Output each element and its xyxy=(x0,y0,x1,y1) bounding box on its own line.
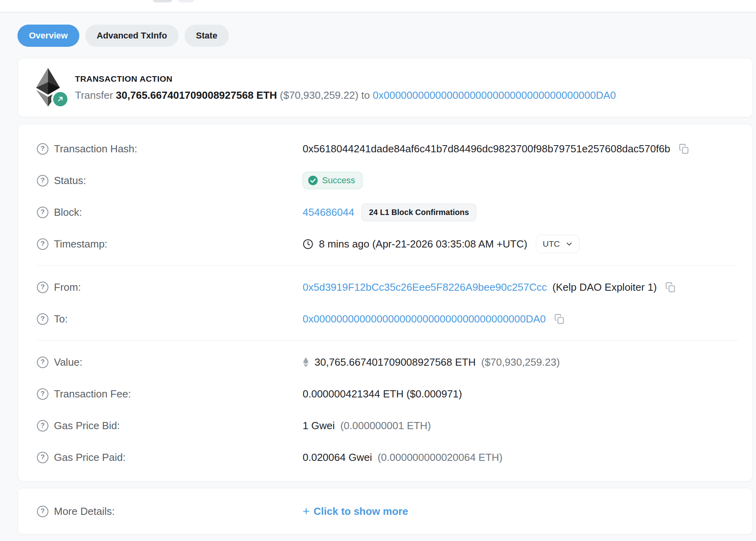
more-details-label: More Details: xyxy=(54,505,115,518)
block-number-link[interactable]: 454686044 xyxy=(303,206,354,219)
row-transaction-fee: Transaction Fee: 0.000000421344 ETH ($0.… xyxy=(37,378,738,410)
from-label: From: xyxy=(54,281,81,294)
action-transfer-word: Transfer xyxy=(75,89,113,101)
more-details-card: More Details: + Click to show more xyxy=(17,488,753,535)
status-label: Status: xyxy=(54,175,86,187)
tab-overview[interactable]: Overview xyxy=(17,25,79,47)
tab-advanced-txinfo[interactable]: Advanced TxInfo xyxy=(85,25,178,47)
row-value: Value: 30,765.667401709008927568 ETH ($7… xyxy=(37,346,738,378)
action-to-word: to xyxy=(361,89,370,101)
transfer-out-arrow-icon xyxy=(51,90,69,108)
row-block: Block: 454686044 24 L1 Block Confirmatio… xyxy=(37,196,738,228)
gas-price-bid-value: 1 Gwei xyxy=(303,420,335,432)
cutoff-ui-fragment xyxy=(153,0,173,2)
help-icon[interactable] xyxy=(37,238,48,250)
status-badge: Success xyxy=(303,172,363,189)
transaction-hash-label: Transaction Hash: xyxy=(54,143,137,155)
copy-from-address-button[interactable] xyxy=(665,282,676,293)
transaction-action-card: TRANSACTION ACTION Transfer 30,765.66740… xyxy=(17,58,753,117)
gas-price-paid-value: 0.020064 Gwei xyxy=(303,451,372,464)
from-address-link[interactable]: 0x5d3919F12bCc35c26Eee5F8226A9bee90c257C… xyxy=(303,281,547,294)
transaction-action-line: Transfer 30,765.667401709008927568 ETH (… xyxy=(75,89,616,102)
transaction-fee-label: Transaction Fee: xyxy=(54,388,131,400)
action-amount-usd: ($70,930,259.22) xyxy=(280,89,359,101)
timestamp-label: Timestamp: xyxy=(54,238,107,250)
transaction-details-card: Transaction Hash: 0x5618044241dade84af6c… xyxy=(17,124,753,482)
gas-price-bid-label: Gas Price Bid: xyxy=(54,420,120,432)
clock-icon xyxy=(303,239,313,249)
help-icon[interactable] xyxy=(37,357,48,368)
gas-price-paid-label: Gas Price Paid: xyxy=(54,451,126,464)
row-more-details: More Details: + Click to show more xyxy=(37,495,738,527)
help-icon[interactable] xyxy=(37,175,48,186)
row-status: Status: Success xyxy=(37,165,738,196)
row-timestamp: Timestamp: 8 mins ago (Apr-21-2026 03:35… xyxy=(37,228,738,260)
transaction-hash-value: 0x5618044241dade84af6c41b7d84496dc982370… xyxy=(303,143,670,155)
to-label: To: xyxy=(54,313,68,325)
block-confirmations-badge: 24 L1 Block Confirmations xyxy=(361,203,476,221)
action-amount: 30,765.667401709008927568 ETH xyxy=(116,89,277,101)
value-usd: ($70,930,259.23) xyxy=(481,356,560,368)
timestamp-value: 8 mins ago (Apr-21-2026 03:35:08 AM +UTC… xyxy=(319,238,527,250)
tab-state[interactable]: State xyxy=(184,25,229,47)
help-icon[interactable] xyxy=(37,143,48,155)
tab-bar: Overview Advanced TxInfo State xyxy=(17,25,756,47)
row-gas-price-paid: Gas Price Paid: 0.020064 Gwei (0.0000000… xyxy=(37,441,738,473)
section-divider xyxy=(37,265,738,266)
top-cutoff-bar xyxy=(0,0,756,13)
copy-to-address-button[interactable] xyxy=(554,313,565,324)
timezone-dropdown[interactable]: UTC xyxy=(536,235,579,253)
help-icon[interactable] xyxy=(37,282,48,293)
help-icon[interactable] xyxy=(37,452,48,463)
row-transaction-hash: Transaction Hash: 0x5618044241dade84af6c… xyxy=(37,133,738,165)
gas-price-bid-alt: (0.000000001 ETH) xyxy=(340,420,431,432)
cutoff-ui-fragment xyxy=(178,0,194,2)
transaction-action-content: TRANSACTION ACTION Transfer 30,765.66740… xyxy=(75,74,616,102)
help-icon[interactable] xyxy=(37,388,48,400)
from-address-name: (Kelp DAO Exploiter 1) xyxy=(553,281,657,294)
plus-icon: + xyxy=(303,505,310,517)
chevron-down-icon xyxy=(566,240,573,247)
block-label: Block: xyxy=(54,206,82,219)
transaction-fee-value: 0.000000421344 ETH ($0.000971) xyxy=(303,388,462,400)
action-to-address-link[interactable]: 0x0000000000000000000000000000000000000D… xyxy=(373,89,616,101)
help-icon[interactable] xyxy=(37,313,48,325)
check-circle-icon xyxy=(308,175,318,186)
copy-hash-button[interactable] xyxy=(678,143,689,154)
help-icon[interactable] xyxy=(37,207,48,218)
row-gas-price-bid: Gas Price Bid: 1 Gwei (0.000000001 ETH) xyxy=(37,410,738,441)
eth-diamond-icon xyxy=(303,357,309,367)
value-label: Value: xyxy=(54,356,83,368)
help-icon[interactable] xyxy=(37,506,48,517)
value-amount: 30,765.667401709008927568 ETH xyxy=(315,356,476,368)
section-divider xyxy=(37,340,738,341)
gas-price-paid-alt: (0.000000000020064 ETH) xyxy=(378,451,503,464)
show-more-link[interactable]: + Click to show more xyxy=(303,505,408,518)
to-address-link[interactable]: 0x0000000000000000000000000000000000000D… xyxy=(303,313,546,325)
help-icon[interactable] xyxy=(37,420,48,432)
ethereum-logo-icon xyxy=(36,68,61,107)
row-from: From: 0x5d3919F12bCc35c26Eee5F8226A9bee9… xyxy=(37,271,738,303)
row-to: To: 0x0000000000000000000000000000000000… xyxy=(37,303,738,335)
transaction-action-title: TRANSACTION ACTION xyxy=(75,74,616,84)
